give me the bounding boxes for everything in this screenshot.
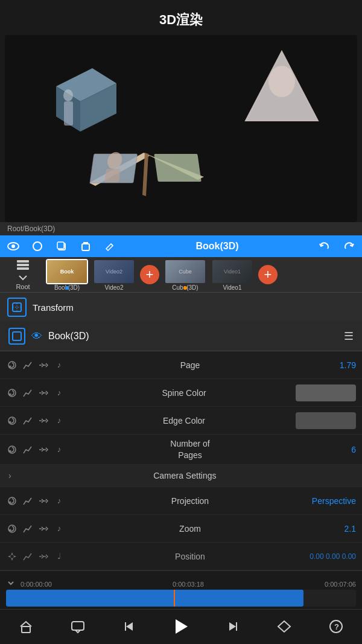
svg-rect-34	[13, 332, 21, 340]
svg-rect-55	[22, 626, 30, 633]
header: 3D渲染	[0, 0, 362, 35]
music-icon-edge[interactable]: ♪	[53, 415, 65, 427]
prop-value-zoom[interactable]: 2.1	[308, 524, 356, 534]
delete-icon[interactable]	[78, 239, 93, 253]
graph-icon-position[interactable]	[22, 550, 34, 563]
layer-item-video2[interactable]: Video2 Video2	[93, 259, 135, 291]
prop-row-projection[interactable]: ♪ Projection Perspective	[0, 487, 362, 515]
flow-icon-position[interactable]	[37, 550, 49, 563]
prop-row-zoom[interactable]: ♪ Zoom 2.1	[0, 515, 362, 543]
music-icon-projection[interactable]: ♪	[53, 495, 65, 507]
layer-item-cube3d[interactable]: Cube Cube(3D)	[164, 259, 206, 291]
graph-icon-edge[interactable]	[22, 415, 34, 427]
props-header: 👁 Book(3D) ☰	[0, 322, 362, 351]
menu-icon[interactable]: ☰	[344, 330, 354, 343]
camera-section-label: Camera Settings	[16, 471, 354, 480]
prop-icons-projection: ♪	[6, 495, 72, 507]
music-icon-position[interactable]: ♩	[53, 550, 65, 563]
prop-row-spine-color[interactable]: ♪ Spine Color	[0, 379, 362, 407]
layer-thumb-cube3d[interactable]: Cube	[164, 259, 206, 284]
flow-icon-projection[interactable]	[37, 495, 49, 507]
copy-icon[interactable]	[54, 239, 69, 253]
layer-thumb-video1[interactable]: Video1	[211, 259, 253, 284]
music-icon-page[interactable]: ♪	[53, 359, 65, 371]
prop-row-page[interactable]: ♪ Page 1.79	[0, 351, 362, 379]
prop-value-position[interactable]: 0.00 0.00 0.00	[308, 552, 356, 561]
timeline: 0:00:00:00 0:00:03:18 0:00:07:06	[0, 570, 362, 609]
reset-icon-numpages[interactable]	[6, 444, 18, 456]
graph-icon-projection[interactable]	[22, 495, 34, 507]
flow-icon-zoom[interactable]	[37, 523, 49, 535]
flow-icon-edge[interactable]	[37, 415, 49, 427]
layer-item-book3d[interactable]: Book Book(3D)	[46, 259, 88, 291]
layer-item-video1[interactable]: Video1 Video1	[211, 259, 253, 291]
chevron-right-icon: ›	[8, 471, 11, 480]
prop-value-projection[interactable]: Perspective	[308, 496, 356, 506]
reset-icon-zoom[interactable]	[6, 523, 18, 535]
add-layer-button[interactable]: +	[140, 265, 159, 284]
graph-icon-page[interactable]	[22, 359, 34, 371]
eye-toggle-icon[interactable]: 👁	[31, 330, 42, 343]
camera-section-row[interactable]: › Camera Settings	[0, 465, 362, 487]
prop-row-edge-color[interactable]: ♪ Edge Color	[0, 407, 362, 435]
redo-icon[interactable]	[341, 239, 356, 253]
book-3d-object	[77, 123, 222, 207]
spine-color-swatch[interactable]	[296, 384, 356, 401]
prop-value-page[interactable]: 1.79	[308, 360, 356, 370]
layers-nav[interactable]: Root	[5, 259, 41, 290]
eye-icon[interactable]	[6, 239, 21, 253]
prop-icons-edge: ♪	[6, 415, 72, 427]
step-forward-button[interactable]	[222, 616, 244, 637]
chat-button[interactable]	[67, 616, 89, 637]
transform-icon[interactable]	[7, 298, 27, 317]
timeline-time-mid: 0:00:03:18	[173, 581, 204, 588]
home-button[interactable]	[15, 616, 37, 637]
reset-icon-position[interactable]	[6, 550, 18, 563]
graph-icon-spine[interactable]	[22, 387, 34, 399]
svg-marker-61	[229, 622, 236, 631]
prop-icons-page: ♪	[6, 359, 72, 371]
reset-icon-spine[interactable]	[6, 387, 18, 399]
reset-icon-edge[interactable]	[6, 415, 18, 427]
prop-row-num-pages[interactable]: ♪ Number ofPages 6	[0, 435, 362, 465]
timeline-track[interactable]	[6, 590, 356, 607]
svg-rect-30	[17, 267, 29, 270]
timeline-collapse-icon[interactable]	[6, 578, 16, 590]
layer-label-video2: Video2	[105, 284, 124, 291]
add-layer-button-2[interactable]: +	[258, 265, 278, 284]
circle-icon[interactable]	[30, 239, 45, 253]
music-icon-zoom[interactable]: ♪	[53, 523, 65, 535]
flow-icon-spine[interactable]	[37, 387, 49, 399]
reset-icon-projection[interactable]	[6, 495, 18, 507]
reset-icon-page[interactable]	[6, 359, 18, 371]
prop-icons-zoom: ♪	[6, 523, 72, 535]
graph-icon-zoom[interactable]	[22, 523, 34, 535]
timeline-playhead[interactable]	[174, 590, 175, 607]
undo-icon[interactable]	[317, 239, 332, 253]
edge-color-swatch[interactable]	[296, 412, 356, 429]
breadcrumb: Root/Book(3D)	[0, 222, 362, 235]
help-button[interactable]: ?	[325, 616, 347, 637]
layer-thumb-book3d[interactable]: Book	[46, 259, 88, 284]
flow-icon-numpages[interactable]	[37, 444, 49, 456]
edit-icon[interactable]	[103, 239, 117, 253]
svg-line-27	[111, 244, 113, 246]
layer-dot-cube3d	[183, 286, 187, 290]
diamond-button[interactable]	[273, 616, 295, 637]
step-back-button[interactable]	[118, 616, 140, 637]
prop-value-numpages[interactable]: 6	[308, 445, 356, 454]
svg-point-3	[63, 89, 73, 101]
timeline-time-start: 0:00:00:00	[21, 581, 52, 588]
prop-row-position[interactable]: ♩ Position 0.00 0.00 0.00	[0, 543, 362, 570]
graph-icon-numpages[interactable]	[22, 444, 34, 456]
flow-icon-page[interactable]	[37, 359, 49, 371]
svg-rect-17	[246, 51, 318, 121]
prop-icons-numpages: ♪	[6, 444, 72, 456]
root-label: Root	[16, 283, 30, 290]
play-button[interactable]	[170, 616, 192, 637]
prop-name-numpages: Number ofPages	[72, 438, 308, 460]
layer-thumb-video2[interactable]: Video2	[93, 259, 135, 284]
svg-rect-10	[104, 169, 121, 182]
music-icon-spine[interactable]: ♪	[53, 387, 65, 399]
music-icon-numpages[interactable]: ♪	[53, 444, 65, 456]
